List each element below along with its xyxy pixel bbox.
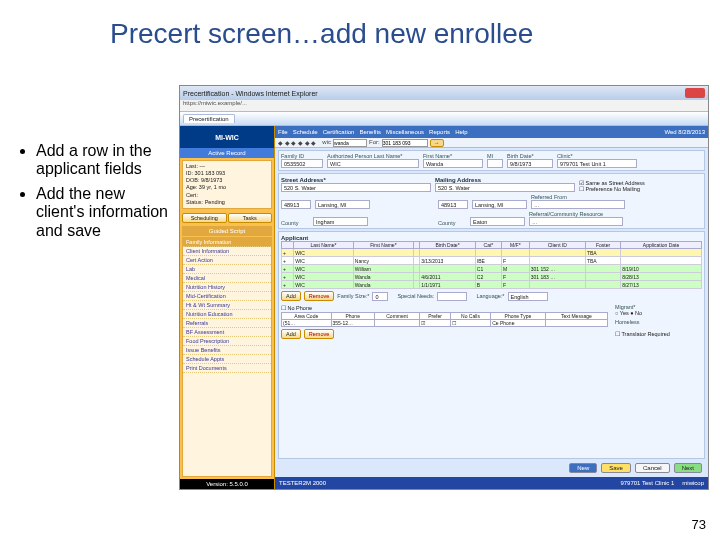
sidebar: MI-WIC Active Record Last: — ID: 301 183…: [180, 126, 275, 489]
save-button[interactable]: Save: [601, 463, 631, 473]
referred-from-field[interactable]: …: [531, 200, 625, 209]
translator-checkbox[interactable]: ☐ Translator Required: [615, 331, 702, 337]
close-icon[interactable]: [685, 88, 705, 98]
family-size-field[interactable]: 0: [372, 292, 388, 301]
street-address-field[interactable]: 520 S. Water: [281, 183, 431, 192]
mailing-address-field[interactable]: 520 S. Water: [435, 183, 575, 192]
nav-nutrition-history[interactable]: Nutrition History: [183, 283, 271, 292]
zip1-field[interactable]: 48913: [281, 200, 311, 209]
table-row[interactable]: +WICWilliamC1M301 152 …8/19/10: [282, 265, 702, 273]
menu-reports[interactable]: Reports: [429, 129, 450, 135]
search-id-input[interactable]: [382, 139, 428, 147]
toolbar-icons[interactable]: ◆ ◆ ◆ ◆ ◆ ◆: [278, 139, 316, 146]
special-needs-field[interactable]: [437, 292, 467, 301]
auth-last-name-field[interactable]: WIC: [327, 159, 419, 168]
active-record-header: Active Record: [180, 148, 274, 158]
embedded-screenshot: Precertification - Windows Internet Expl…: [179, 85, 709, 490]
homeless-label: Homeless: [615, 319, 702, 325]
add-applicant-button[interactable]: Add: [281, 291, 301, 301]
browser-tab[interactable]: Precertification: [183, 114, 235, 123]
remove-applicant-button[interactable]: Remove: [304, 291, 334, 301]
first-name-field[interactable]: Wanda: [423, 159, 483, 168]
referral-resource-field[interactable]: …: [529, 217, 623, 226]
clinic-field[interactable]: 979701 Test Unit 1: [557, 159, 637, 168]
nav-ht-wt-summary[interactable]: Ht & Wt Summary: [183, 301, 271, 310]
guided-script-nav: Family Information Client Information Ce…: [182, 237, 272, 477]
version-label: Version: 5.5.0.0: [180, 479, 274, 489]
mi-field[interactable]: [487, 159, 503, 168]
family-id-field[interactable]: 0535502: [281, 159, 323, 168]
tasks-button[interactable]: Tasks: [228, 213, 273, 223]
no-phone-checkbox[interactable]: ☐ No Phone: [281, 305, 312, 311]
menu-certification[interactable]: Certification: [323, 129, 355, 135]
nav-food-prescription[interactable]: Food Prescription: [183, 337, 271, 346]
migrant-radio-group[interactable]: ○ Yes ● No: [615, 310, 702, 316]
nav-mid-certification[interactable]: Mid-Certification: [183, 292, 271, 301]
nav-medical[interactable]: Medical: [183, 274, 271, 283]
applicant-section-label: Applicant: [281, 235, 308, 241]
nav-schedule-appts[interactable]: Schedule Appts: [183, 355, 271, 364]
applicant-table: Last Name*First Name*Birth Date*Cat*M/F*…: [281, 241, 702, 289]
nav-lab[interactable]: Lab: [183, 265, 271, 274]
slide-title: Precert screen…add new enrollee: [0, 0, 720, 50]
page-number: 73: [692, 517, 706, 532]
menu-date: Wed 8/28/2013: [664, 129, 705, 135]
county1-field[interactable]: Ingham: [313, 217, 368, 226]
county2-field[interactable]: Eaton: [470, 217, 525, 226]
menu-bar: File Schedule Certification Benefits Mis…: [275, 126, 708, 138]
phone-table: Area CodePhoneCommentPreferNo CallsPhone…: [281, 312, 608, 327]
city1-field[interactable]: Lansing, MI: [315, 200, 370, 209]
nav-client-information[interactable]: Client Information: [183, 247, 271, 256]
active-record-box: Last: — ID: 301 183 093 DOB: 9/8/1973 Ag…: [182, 160, 272, 209]
cancel-button[interactable]: Cancel: [635, 463, 670, 473]
pref-no-mailing-checkbox[interactable]: ☐ Preference No Mailing: [579, 186, 679, 192]
menu-benefits[interactable]: Benefits: [359, 129, 381, 135]
window-title: Precertification - Windows Internet Expl…: [183, 90, 318, 97]
table-row[interactable]: +WICNancy3/13/2013IBEFTBA: [282, 257, 702, 265]
table-row[interactable]: (51…355-12…☑☐Ce Phone: [282, 320, 608, 327]
slide-bullets: Add a row in the applicant fields Add th…: [22, 142, 177, 246]
scheduling-button[interactable]: Scheduling: [182, 213, 227, 223]
remove-phone-button[interactable]: Remove: [304, 329, 334, 339]
nav-family-information[interactable]: Family Information: [183, 238, 271, 247]
search-name-input[interactable]: [333, 139, 367, 147]
new-button[interactable]: New: [569, 463, 597, 473]
menu-help[interactable]: Help: [455, 129, 467, 135]
birth-date-field[interactable]: 9/8/1973: [507, 159, 553, 168]
nav-nutrition-education[interactable]: Nutrition Education: [183, 310, 271, 319]
bullet-1: Add a row in the applicant fields: [36, 142, 177, 179]
url-bar[interactable]: https://miwic.example/...: [180, 100, 708, 112]
table-row[interactable]: +WICTBA: [282, 249, 702, 257]
search-go-button[interactable]: →: [430, 139, 444, 147]
nav-issue-benefits[interactable]: Issue Benefits: [183, 346, 271, 355]
menu-file[interactable]: File: [278, 129, 288, 135]
nav-cert-action[interactable]: Cert Action: [183, 256, 271, 265]
menu-miscellaneous[interactable]: Miscellaneous: [386, 129, 424, 135]
next-button[interactable]: Next: [674, 463, 702, 473]
app-logo: MI-WIC: [180, 126, 274, 148]
nav-bf-assessment[interactable]: BF Assessment: [183, 328, 271, 337]
add-phone-button[interactable]: Add: [281, 329, 301, 339]
bullet-2: Add the new client's information and sav…: [36, 185, 177, 240]
table-row[interactable]: +WICWanda1/1/1971BF8/27/13: [282, 281, 702, 289]
guided-script-header: Guided Script: [182, 226, 272, 236]
table-row[interactable]: +WICWanda4/6/2011C2F301 183 …8/28/13: [282, 273, 702, 281]
menu-schedule[interactable]: Schedule: [293, 129, 318, 135]
city2-field[interactable]: Lansing, MI: [472, 200, 527, 209]
zip2-field[interactable]: 48913: [438, 200, 468, 209]
nav-referrals[interactable]: Referrals: [183, 319, 271, 328]
language-field[interactable]: English: [508, 292, 548, 301]
main-area: File Schedule Certification Benefits Mis…: [275, 126, 708, 489]
status-bar: TESTER2M 2000 979701 Test Clinic 1 miwic…: [275, 477, 708, 489]
nav-print-documents[interactable]: Print Documents: [183, 364, 271, 373]
